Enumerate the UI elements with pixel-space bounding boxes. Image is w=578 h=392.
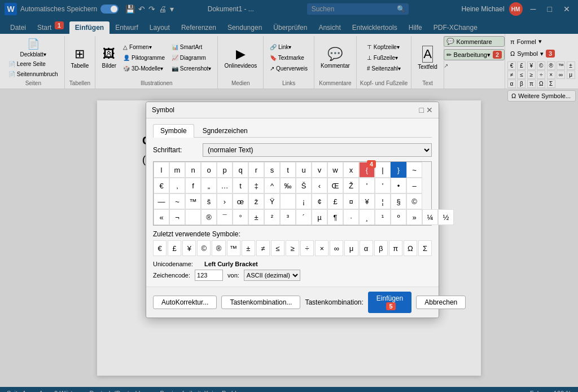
modal-close-button[interactable]: ✕ bbox=[426, 105, 433, 114]
sc-u[interactable]: u bbox=[296, 162, 312, 178]
sc-v[interactable]: v bbox=[312, 162, 327, 178]
modal-maximize-button[interactable]: □ bbox=[419, 105, 424, 114]
recent-pi[interactable]: π bbox=[389, 240, 402, 256]
sc3-tm[interactable]: ™ bbox=[185, 193, 201, 209]
sc3-pound[interactable]: £ bbox=[327, 193, 343, 209]
sc3-ydiaer[interactable]: Ÿ bbox=[264, 193, 280, 209]
sc3-oe2[interactable]: œ bbox=[233, 193, 248, 209]
sc4-ord[interactable]: º bbox=[391, 209, 406, 225]
sc4-raq[interactable]: » bbox=[406, 209, 422, 225]
sc-t[interactable]: t bbox=[280, 162, 296, 178]
sc4-pm[interactable]: ± bbox=[248, 209, 264, 225]
recent-le[interactable]: ≤ bbox=[271, 240, 284, 256]
sc4-not[interactable]: ¬ bbox=[169, 209, 185, 225]
sc3-tilde[interactable]: ~ bbox=[169, 193, 185, 209]
sc-q[interactable]: q bbox=[233, 162, 248, 178]
sc3-iexcl[interactable]: ¡ bbox=[296, 193, 312, 209]
sc-pipe[interactable]: | bbox=[375, 162, 391, 178]
recent-mu[interactable]: μ bbox=[344, 240, 358, 256]
recent-div[interactable]: ÷ bbox=[300, 240, 314, 256]
sc3-copy[interactable]: © bbox=[406, 193, 422, 209]
recent-copy[interactable]: © bbox=[197, 240, 211, 256]
recent-euro[interactable]: € bbox=[153, 240, 167, 256]
sc3-curren[interactable]: ¤ bbox=[343, 193, 359, 209]
sc-tilde[interactable]: ~ bbox=[406, 162, 422, 178]
sc2-perm[interactable]: ‰ bbox=[280, 178, 296, 193]
sc-p[interactable]: p bbox=[217, 162, 233, 178]
sc4-mu[interactable]: µ bbox=[312, 209, 327, 225]
sc3-emdash[interactable]: — bbox=[154, 193, 169, 209]
sc3-cent[interactable]: ¢ bbox=[312, 193, 327, 209]
sc-r[interactable]: r bbox=[248, 162, 264, 178]
sc2-dash[interactable]: – bbox=[406, 178, 422, 193]
sc4-sup3[interactable]: ³ bbox=[280, 209, 296, 225]
sc4-deg[interactable]: ° bbox=[233, 209, 248, 225]
sc3-scar[interactable]: š bbox=[201, 193, 217, 209]
sc2-oe[interactable]: Œ bbox=[327, 178, 343, 193]
recent-yen[interactable]: ¥ bbox=[182, 240, 196, 256]
sc4-laq[interactable]: « bbox=[154, 209, 169, 225]
char-code-source-select[interactable]: ASCII (dezimal) bbox=[244, 270, 300, 281]
sc-s[interactable]: s bbox=[264, 162, 280, 178]
sc-o[interactable]: o bbox=[201, 162, 217, 178]
sc3-raq[interactable]: › bbox=[217, 193, 233, 209]
recent-pm[interactable]: ± bbox=[242, 240, 255, 256]
sc2-euro[interactable]: € bbox=[154, 178, 169, 193]
sc-x[interactable]: x bbox=[343, 162, 359, 178]
recent-ne[interactable]: ≠ bbox=[256, 240, 270, 256]
font-select[interactable]: (normaler Text) bbox=[203, 143, 432, 157]
sc-l[interactable]: l bbox=[154, 162, 169, 178]
sc2-bdq[interactable]: „ bbox=[201, 178, 217, 193]
sc2-rsq[interactable]: ' bbox=[375, 178, 391, 193]
recent-beta[interactable]: β bbox=[374, 240, 388, 256]
recent-alpha[interactable]: α bbox=[360, 240, 373, 256]
sc2-t[interactable]: t bbox=[233, 178, 248, 193]
recent-reg[interactable]: ® bbox=[212, 240, 225, 256]
sc4-macr[interactable]: ¯ bbox=[217, 209, 233, 225]
sc2-laq[interactable]: ‹ bbox=[312, 178, 327, 193]
sc2-lsq[interactable]: ' bbox=[359, 178, 375, 193]
sc4-shy[interactable]: ­ bbox=[185, 209, 201, 225]
sc2-f[interactable]: f bbox=[185, 178, 201, 193]
sc2-caret[interactable]: ^ bbox=[264, 178, 280, 193]
sc4-sup2[interactable]: ² bbox=[264, 209, 280, 225]
btn-autokorrektur[interactable]: AutoKorrektur... bbox=[153, 296, 217, 309]
recent-ge[interactable]: ≥ bbox=[286, 240, 299, 256]
recent-times[interactable]: × bbox=[315, 240, 329, 256]
sc3-zcar2[interactable]: ž bbox=[248, 193, 264, 209]
sc4-acute[interactable]: ´ bbox=[296, 209, 312, 225]
recent-tm[interactable]: ™ bbox=[227, 240, 240, 256]
sc2-dagger[interactable]: ‡ bbox=[248, 178, 264, 193]
recent-omega[interactable]: Ω bbox=[404, 240, 417, 256]
sc-lbrace[interactable]: { 4 bbox=[359, 162, 375, 178]
sc-n[interactable]: n bbox=[185, 162, 201, 178]
sc4-mid[interactable]: · bbox=[343, 209, 359, 225]
sc2-comma[interactable]: , bbox=[169, 178, 185, 193]
sc4-reg[interactable]: ® bbox=[201, 209, 217, 225]
btn-einfuegen[interactable]: Einfügen 5 bbox=[368, 292, 411, 313]
sc4-frac12[interactable]: ½ bbox=[438, 209, 454, 225]
btn-abbrechen[interactable]: Abbrechen bbox=[416, 296, 466, 309]
modal-tab-sonderzeichen[interactable]: Sgnderzeichen bbox=[195, 124, 255, 137]
recent-pound[interactable]: £ bbox=[168, 240, 181, 256]
sc-rbrace[interactable]: } bbox=[391, 162, 406, 178]
modal-tab-symbole[interactable]: Symbole bbox=[153, 124, 194, 138]
sc2-zcar[interactable]: Ž bbox=[343, 178, 359, 193]
recent-sigma[interactable]: Σ bbox=[418, 240, 432, 256]
char-code-input[interactable] bbox=[195, 270, 223, 281]
sc4-para[interactable]: ¶ bbox=[327, 209, 343, 225]
sc3-sp[interactable] bbox=[280, 193, 296, 209]
sc3-sect[interactable]: § bbox=[391, 193, 406, 209]
sc3-yen[interactable]: ¥ bbox=[359, 193, 375, 209]
sc4-frac14[interactable]: ¼ bbox=[422, 209, 438, 225]
sc2-ell[interactable]: … bbox=[217, 178, 233, 193]
sc4-cedil[interactable]: ¸ bbox=[359, 209, 375, 225]
sc3-brvbar[interactable]: ¦ bbox=[375, 193, 391, 209]
sc4-sup1[interactable]: ¹ bbox=[375, 209, 391, 225]
sc2-scaron[interactable]: Š bbox=[296, 178, 312, 193]
recent-inf[interactable]: ∞ bbox=[330, 240, 343, 256]
sc-m[interactable]: m bbox=[169, 162, 185, 178]
sc-w[interactable]: w bbox=[327, 162, 343, 178]
btn-tastenkombination[interactable]: Tastenkombination... bbox=[221, 296, 300, 309]
sc2-bullet[interactable]: • bbox=[391, 178, 406, 193]
